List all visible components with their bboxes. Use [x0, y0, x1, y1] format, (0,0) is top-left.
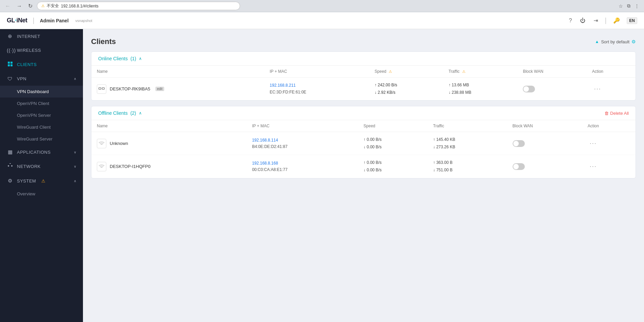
offline-client-1-speed-down: ↓ 0.00 B/s [364, 144, 423, 151]
offline-client-2-speed-up: ↑ 0.00 B/s [364, 159, 423, 167]
offline-clients-table: Name IP + MAC Speed Traffic Block WAN Ac… [91, 120, 636, 178]
offline-section-toggle[interactable]: ∧ [139, 111, 142, 115]
language-button[interactable]: EN [627, 17, 637, 24]
sidebar-item-internet[interactable]: ⊕ INTERNET [0, 29, 83, 43]
sidebar-sub-wireguard-client-label: WireGuard Client [17, 125, 51, 130]
power-button[interactable]: ⏻ [579, 16, 587, 25]
forward-button[interactable]: → [15, 2, 24, 10]
offline-client-2-hostname: DESKTOP-I1HQFP0 [110, 164, 150, 169]
device-icon-wifi-2 [97, 162, 106, 171]
main-content: Clients ▲ Sort by default ⚙ Online Clien… [83, 29, 644, 322]
online-clients-table: Name IP + MAC Speed ⚠ Traffic ⚠ Block WA… [91, 66, 636, 100]
sidebar-item-system[interactable]: ⚙ SYSTEM ⚠ ∧ [0, 174, 83, 188]
online-table-header-row: Name IP + MAC Speed ⚠ Traffic ⚠ Block WA… [91, 66, 636, 78]
sidebar-sub-openvpn-client[interactable]: OpenVPN Client [0, 98, 83, 109]
sidebar-sub-overview[interactable]: Overview [0, 188, 83, 200]
system-expand-icon: ∧ [74, 179, 77, 183]
security-warning-text: 不安全 [47, 3, 59, 9]
offline-col-name: Name [91, 120, 246, 132]
block-wan-toggle-1[interactable] [523, 86, 535, 92]
svg-rect-3 [10, 64, 13, 66]
logout-button[interactable]: ⇥ [592, 16, 599, 25]
sidebar-item-clients[interactable]: CLIENTS [0, 57, 83, 72]
sidebar-item-network-label: NETWORK [17, 164, 41, 169]
browser-chrome: ← → ↻ ⚠ 不安全 192.168.8.1/#/clients ☆ ⧉ ⋮ [0, 0, 644, 12]
sort-control[interactable]: ▲ Sort by default ⚙ [595, 39, 636, 44]
table-row: DESKTOP-RK9IBA5 edit 192.168.8.211 EC:3D… [91, 78, 636, 101]
offline-client-1-speed-up: ↑ 0.00 B/s [364, 136, 423, 144]
applications-icon: ▦ [7, 149, 14, 155]
address-bar[interactable]: ⚠ 不安全 192.168.8.1/#/clients [37, 2, 240, 10]
col-name: Name [91, 66, 264, 78]
sidebar: ⊕ INTERNET ((·)) WIRELESS CLIENTS 🛡 VPN … [0, 29, 83, 322]
sidebar-item-system-label: SYSTEM [17, 178, 36, 184]
offline-col-traffic: Traffic [428, 120, 507, 132]
online-client-1-block-wan[interactable] [517, 78, 586, 101]
offline-table-header-row: Name IP + MAC Speed Traffic Block WAN Ac… [91, 120, 636, 132]
sidebar-item-clients-label: CLIENTS [17, 62, 37, 67]
sidebar-item-wireless[interactable]: ((·)) WIRELESS [0, 43, 83, 57]
more-actions-button-2[interactable]: ··· [588, 139, 599, 148]
sidebar-item-applications[interactable]: ▦ APPLICATIONS ∨ [0, 145, 83, 159]
sidebar-sub-wireguard-server[interactable]: WireGuard Server [0, 133, 83, 145]
online-section-toggle[interactable]: ∧ [139, 56, 142, 61]
extensions-button[interactable]: ⧉ [626, 2, 632, 9]
reload-button[interactable]: ↻ [26, 2, 34, 10]
sidebar-item-vpn-label: VPN [17, 76, 26, 81]
online-section-count: (1) [130, 56, 136, 61]
offline-client-1-block-wan[interactable] [507, 132, 582, 155]
sidebar-sub-vpn-dashboard[interactable]: VPN Dashboard [0, 86, 83, 98]
header-subtitle: vsnapshot [76, 19, 92, 23]
app-header: GL·iNet | Admin Panel vsnapshot ? ⏻ ⇥ | … [0, 12, 644, 29]
offline-client-1-ip-mac: 192.168.8.114 B4:0E:DE:D2:41:87 [246, 132, 358, 155]
svg-rect-1 [10, 62, 13, 64]
browser-action-bar: ☆ ⧉ ⋮ [617, 2, 641, 9]
offline-col-ip-mac: IP + MAC [246, 120, 358, 132]
header-title: Admin Panel [40, 18, 69, 23]
vpn-status-button[interactable]: 🔑 [612, 16, 621, 25]
offline-col-block-wan: Block WAN [507, 120, 582, 132]
sidebar-item-network[interactable]: NETWORK ∨ [0, 159, 83, 174]
svg-rect-4 [99, 87, 101, 89]
block-wan-toggle-2[interactable] [513, 140, 525, 147]
col-block-wan: Block WAN [517, 66, 586, 78]
network-icon [7, 163, 14, 170]
logo-area: GL·iNet [7, 17, 27, 24]
sidebar-sub-openvpn-server[interactable]: OpenVPN Server [0, 109, 83, 121]
wireless-icon: ((·)) [7, 47, 14, 53]
offline-client-1-name-cell: Unknown [91, 132, 246, 155]
offline-client-1-action: ··· [582, 132, 636, 155]
more-actions-button-1[interactable]: ··· [592, 85, 603, 93]
menu-button[interactable]: ⋮ [633, 2, 641, 9]
sidebar-sub-wireguard-client[interactable]: WireGuard Client [0, 121, 83, 133]
online-client-1-hostname: DESKTOP-RK9IBA5 [110, 86, 150, 91]
svg-rect-0 [8, 62, 10, 64]
sort-gear-icon: ⚙ [631, 39, 636, 44]
offline-client-2-ip-mac: 192.168.8.168 00:C0:CA:A8:E1:77 [246, 155, 358, 178]
offline-client-1-hostname: Unknown [110, 141, 128, 146]
online-client-1-mac: EC:3D:FD:FE:61:0E [270, 89, 364, 95]
offline-col-speed: Speed [358, 120, 428, 132]
offline-client-1-speed: ↑ 0.00 B/s ↓ 0.00 B/s [358, 132, 428, 155]
offline-client-2-block-wan[interactable] [507, 155, 582, 178]
online-client-1-ip: 192.168.8.211 [270, 82, 364, 89]
header-divider-2: | [605, 17, 606, 24]
online-client-1-speed: ↑ 242.00 B/s ↓ 2.92 KB/s [369, 78, 443, 101]
app-layout: ⊕ INTERNET ((·)) WIRELESS CLIENTS 🛡 VPN … [0, 29, 644, 322]
more-actions-button-3[interactable]: ··· [588, 162, 599, 171]
offline-client-1-mac: B4:0E:DE:D2:41:87 [252, 144, 352, 150]
offline-clients-section: Offline Clients (2) ∧ 🗑 Delete All Name … [91, 106, 636, 178]
delete-all-button[interactable]: 🗑 Delete All [604, 111, 629, 116]
offline-client-2-name-cell: DESKTOP-I1HQFP0 [91, 155, 246, 178]
offline-client-1-traffic-down: ↓ 273.26 KB [433, 144, 501, 151]
back-button[interactable]: ← [3, 2, 12, 10]
col-speed: Speed ⚠ [369, 66, 443, 78]
help-button[interactable]: ? [567, 16, 573, 25]
bookmark-button[interactable]: ☆ [617, 2, 624, 9]
sidebar-item-wireless-label: WIRELESS [17, 48, 41, 53]
block-wan-toggle-3[interactable] [513, 163, 525, 170]
traffic-warning-icon: ⚠ [462, 69, 466, 73]
offline-client-1-traffic: ↑ 145.40 KB ↓ 273.26 KB [428, 132, 507, 155]
applications-expand-icon: ∨ [74, 150, 77, 154]
sidebar-item-vpn[interactable]: 🛡 VPN ∧ [0, 72, 83, 86]
